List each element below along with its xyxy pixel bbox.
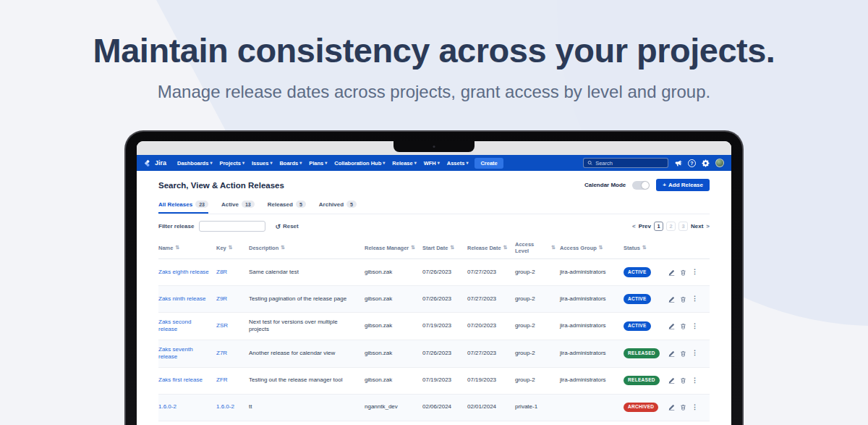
column-header-release-date[interactable]: Release Date⇅ <box>467 241 515 254</box>
more-options-kebab-icon[interactable]: ⋮ <box>692 295 698 303</box>
hero-title: Maintain consistency across your project… <box>0 30 868 70</box>
search-input[interactable] <box>595 160 664 167</box>
release-name-link[interactable]: Zaks second release <box>158 319 216 334</box>
release-key-link[interactable]: 1.6.0-2 <box>216 403 249 411</box>
release-name-link[interactable]: 1.6.0-2 <box>158 403 216 411</box>
nav-item-issues[interactable]: Issues▾ <box>252 160 272 167</box>
page-button-1[interactable]: 1 <box>654 222 663 231</box>
column-header-status[interactable]: Status⇅ <box>624 241 665 254</box>
marketing-banner: Maintain consistency across your project… <box>0 0 868 425</box>
search-icon <box>587 160 592 166</box>
column-header-release-manager[interactable]: Release Manager⇅ <box>365 241 422 254</box>
release-manager: gibson.zak <box>365 295 422 303</box>
table-row: Zaks second release ZSR Next test for ve… <box>158 313 710 340</box>
column-header-access-group[interactable]: Access Group⇅ <box>560 241 624 254</box>
column-header-access-level[interactable]: Access Level⇅ <box>515 241 560 254</box>
table-row: Zaks eighth release Z8R Same calendar te… <box>158 259 710 286</box>
next-arrow-icon[interactable]: > <box>706 223 710 230</box>
release-key-link[interactable]: Z9R <box>216 295 249 303</box>
toggle-knob <box>642 182 649 189</box>
release-name-link[interactable]: Zaks first release <box>158 376 216 384</box>
edit-pencil-icon[interactable] <box>668 404 675 411</box>
release-key-link[interactable]: Z7R <box>216 350 249 357</box>
prev-arrow-icon[interactable]: < <box>632 223 636 230</box>
help-icon[interactable]: ? <box>688 159 696 167</box>
reset-button[interactable]: ↺ Reset <box>275 223 298 230</box>
tab-count-badge: 5 <box>296 201 306 208</box>
page-button-3[interactable]: 3 <box>678 222 688 231</box>
access-level: group-2 <box>515 269 560 276</box>
nav-item-wfh[interactable]: WFH▾ <box>424 160 440 167</box>
row-actions: ⋮ <box>665 403 710 412</box>
start-date: 02/06/2024 <box>422 403 467 411</box>
column-header-key[interactable]: Key⇅ <box>216 241 249 254</box>
jira-logo[interactable]: Jira <box>144 159 166 167</box>
plus-icon: + <box>663 182 666 188</box>
tab-all-releases[interactable]: All Releases23 <box>158 201 208 214</box>
calendar-mode-label: Calendar Mode <box>584 182 626 188</box>
nav-item-plans[interactable]: Plans▾ <box>309 160 327 167</box>
filter-release-input[interactable] <box>199 221 265 232</box>
nav-item-collaboration-hub[interactable]: Collaboration Hub▾ <box>334 160 385 167</box>
release-name-link[interactable]: Zaks seventh release <box>158 346 216 361</box>
edit-pencil-icon[interactable] <box>668 377 675 384</box>
access-level: group-2 <box>515 376 560 384</box>
chevron-down-icon: ▾ <box>414 161 417 165</box>
column-header-name[interactable]: Name⇅ <box>158 241 216 254</box>
nav-item-boards[interactable]: Boards▾ <box>279 160 302 167</box>
release-key-link[interactable]: ZFR <box>216 376 249 384</box>
release-description: Testing pagination of the release page <box>249 295 365 303</box>
tab-released[interactable]: Released5 <box>268 201 306 214</box>
status-badge: ACTIVE <box>624 294 651 303</box>
release-date: 07/27/2023 <box>467 269 515 276</box>
nav-item-projects[interactable]: Projects▾ <box>219 160 244 167</box>
settings-gear-icon[interactable] <box>702 159 710 167</box>
release-description: Another release for calendar view <box>249 350 365 357</box>
delete-trash-icon[interactable] <box>680 377 686 384</box>
edit-pencil-icon[interactable] <box>668 269 675 276</box>
delete-trash-icon[interactable] <box>680 269 686 276</box>
release-key-link[interactable]: Z8R <box>216 269 249 276</box>
page-button-2[interactable]: 2 <box>666 222 676 231</box>
sort-icon: ⇅ <box>503 245 508 251</box>
delete-trash-icon[interactable] <box>680 404 686 411</box>
global-search[interactable] <box>583 158 668 168</box>
delete-trash-icon[interactable] <box>680 350 686 357</box>
access-level: group-2 <box>515 322 560 329</box>
nav-item-dashboards[interactable]: Dashboards▾ <box>177 160 212 167</box>
edit-pencil-icon[interactable] <box>668 323 675 329</box>
column-header-start-date[interactable]: Start Date⇅ <box>422 241 467 254</box>
create-button[interactable]: Create <box>475 158 503 169</box>
column-header-description[interactable]: Description⇅ <box>249 241 365 254</box>
sort-icon: ⇅ <box>599 245 603 251</box>
access-group: jira-administrators <box>560 295 624 303</box>
chevron-down-icon: ▾ <box>438 161 440 165</box>
more-options-kebab-icon[interactable]: ⋮ <box>692 403 698 412</box>
user-avatar[interactable] <box>715 159 724 167</box>
release-name-link[interactable]: Zaks eighth release <box>158 269 216 276</box>
tab-count-badge: 5 <box>346 201 357 208</box>
announcements-icon[interactable] <box>674 159 682 167</box>
delete-trash-icon[interactable] <box>680 296 686 303</box>
tab-active[interactable]: Active13 <box>221 201 255 214</box>
release-name-link[interactable]: Zaks ninth release <box>158 295 216 303</box>
nav-item-assets[interactable]: Assets▾ <box>447 160 469 167</box>
prev-button[interactable]: Prev <box>639 223 651 230</box>
add-release-button[interactable]: + Add Release <box>656 179 710 191</box>
tab-archived[interactable]: Archived5 <box>319 201 357 214</box>
access-group: jira-administrators <box>560 350 624 357</box>
more-options-kebab-icon[interactable]: ⋮ <box>692 376 698 385</box>
more-options-kebab-icon[interactable]: ⋮ <box>692 349 698 358</box>
next-button[interactable]: Next <box>691 223 703 230</box>
more-options-kebab-icon[interactable]: ⋮ <box>692 268 698 277</box>
laptop-mockup: Jira Dashboards▾ Projects▾ Issues▾ Board… <box>124 130 744 425</box>
release-key-link[interactable]: ZSR <box>216 322 249 329</box>
edit-pencil-icon[interactable] <box>668 350 675 357</box>
delete-trash-icon[interactable] <box>680 323 686 329</box>
edit-pencil-icon[interactable] <box>668 296 675 303</box>
laptop-notch <box>393 141 475 152</box>
more-options-kebab-icon[interactable]: ⋮ <box>692 322 698 331</box>
calendar-mode-toggle[interactable] <box>632 181 650 190</box>
sort-icon: ⇅ <box>175 245 179 251</box>
nav-item-release[interactable]: Release▾ <box>392 160 416 167</box>
